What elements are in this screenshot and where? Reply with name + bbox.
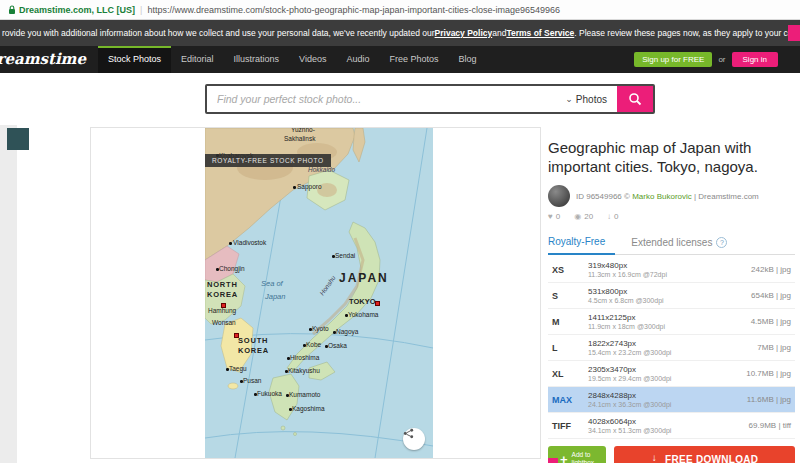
secure-badge[interactable]: Dreamstime.com, LLC [US]: [8, 5, 135, 15]
nav-item-videos[interactable]: Videos: [289, 46, 336, 73]
photo-id: ID 96549966: [576, 192, 622, 201]
search-input[interactable]: [207, 86, 555, 112]
terms-of-service-link[interactable]: Terms of Service: [506, 28, 574, 38]
next-section-partial: [548, 458, 558, 463]
city-marker: [345, 314, 348, 317]
heart-icon: ♥: [548, 212, 553, 221]
size-pixels: 1411x2125px: [588, 313, 751, 322]
size-pixels: 4028x6064px: [588, 417, 749, 426]
city-marker: [285, 370, 288, 373]
size-pixels: 319x480px: [588, 261, 751, 270]
nav-item-editorial[interactable]: Editorial: [171, 46, 224, 73]
tab-extended-licenses[interactable]: Extended licenses ?: [629, 231, 737, 254]
capital-marker: [375, 301, 380, 306]
search-button[interactable]: [617, 86, 653, 112]
signin-button[interactable]: Sign in: [732, 52, 778, 67]
size-pixels: 2305x3470px: [588, 365, 746, 374]
browser-address-bar[interactable]: Dreamstime.com, LLC [US] | https://www.d…: [0, 0, 800, 20]
nav-item-blog[interactable]: Blog: [449, 46, 487, 73]
city-marker: [289, 408, 292, 411]
url-separator: |: [140, 5, 142, 15]
action-buttons: + Add to lightbox ↓ FREE DOWNLOAD: [548, 446, 795, 463]
photo-title: Geographic map of Japan with important c…: [548, 138, 795, 176]
size-row-max[interactable]: MAX2848x4288px24.1cm x 36.3cm @300dpi11.…: [548, 387, 795, 413]
size-dimensions: 11.9cm x 18cm @300dpi: [588, 323, 751, 330]
size-label: L: [552, 343, 588, 353]
search-section: ⌄ Photos: [0, 73, 800, 125]
share-icon: [403, 428, 414, 439]
photo-detail-panel: Geographic map of Japan with important c…: [548, 138, 795, 463]
city-marker: [229, 242, 232, 245]
size-label: M: [552, 317, 588, 327]
tab-royalty-free[interactable]: Royalty-Free: [548, 231, 615, 255]
dreamstime-logo[interactable]: dreamstime: [0, 46, 98, 73]
size-filesize: 10.7MB | jpg: [746, 369, 791, 378]
size-label: XL: [552, 369, 588, 379]
size-row-xs[interactable]: XS319x480px11.3cm x 16.9cm @72dpi242kB |…: [548, 257, 795, 283]
city-marker: [226, 368, 229, 371]
size-row-xl[interactable]: XL2305x3470px19.5cm x 29.4cm @300dpi10.7…: [548, 361, 795, 387]
lightbox-label-line2: lightbox: [572, 459, 594, 463]
size-details: 531x800px4.5cm x 6.8cm @300dpi: [588, 287, 751, 304]
size-row-tiff[interactable]: TIFF4028x6064px34.1cm x 51.3cm @300dpi69…: [548, 413, 795, 439]
nav-item-stock-photos[interactable]: Stock Photos: [98, 46, 171, 73]
size-dimensions: 15.4cm x 23.2cm @300dpi: [588, 349, 757, 356]
city-marker: [332, 255, 335, 258]
size-filesize: 654kB | jpg: [751, 291, 791, 300]
copyright-symbol: ©: [624, 192, 630, 201]
size-row-m[interactable]: M1411x2125px11.9cm x 18cm @300dpi4.5MB |…: [548, 309, 795, 335]
help-icon[interactable]: ?: [716, 237, 727, 248]
size-dimensions: 4.5cm x 6.8cm @300dpi: [588, 297, 751, 304]
size-row-s[interactable]: S531x800px4.5cm x 6.8cm @300dpi654kB | j…: [548, 283, 795, 309]
nav-item-free-photos[interactable]: Free Photos: [379, 46, 448, 73]
tab-royalty-free-label: Royalty-Free: [548, 236, 605, 247]
size-filesize: 242kB | jpg: [751, 265, 791, 274]
city-marker: [287, 357, 290, 360]
royalty-free-overlay-label: ROYALTY-FREE STOCK PHOTO: [205, 154, 331, 167]
cookie-notice-bar: rovide you with additional information a…: [0, 20, 800, 46]
size-filesize: 4.5MB | jpg: [751, 317, 791, 326]
size-pixels: 1822x2743px: [588, 339, 757, 348]
free-download-button[interactable]: ↓ FREE DOWNLOAD: [614, 446, 795, 463]
chevron-down-icon: ⌄: [565, 95, 573, 104]
size-row-l[interactable]: L1822x2743px15.4cm x 23.2cm @300dpi7MB |…: [548, 335, 795, 361]
cookie-and-text: and: [492, 28, 506, 38]
search-category-label: Photos: [576, 94, 607, 105]
share-button[interactable]: [403, 428, 425, 450]
page-content: Yuzhno-SakhalinskKhabarovskHokkaidoSappo…: [0, 125, 800, 463]
city-marker: [254, 393, 257, 396]
size-dimensions: 11.3cm x 16.9cm @72dpi: [588, 271, 751, 278]
author-link[interactable]: Marko Bukorovic: [632, 192, 692, 201]
size-details: 1822x2743px15.4cm x 23.2cm @300dpi: [588, 339, 757, 356]
downloads-count: 0: [614, 212, 618, 221]
stock-photo-image[interactable]: Yuzhno-SakhalinskKhabarovskHokkaidoSappo…: [205, 128, 433, 458]
privacy-policy-link[interactable]: Privacy Policy: [435, 28, 493, 38]
likes-count: 0: [556, 212, 560, 221]
lightbox-label-line1: Add to: [572, 451, 594, 459]
size-label: TIFF: [552, 421, 588, 431]
likes-stat: ♥0: [548, 212, 560, 221]
capital-marker: [234, 333, 239, 338]
size-details: 2848x4288px24.1cm x 36.3cm @300dpi: [588, 391, 747, 408]
author-avatar[interactable]: [548, 185, 570, 207]
city-marker: [325, 345, 328, 348]
nav-item-audio[interactable]: Audio: [336, 46, 379, 73]
download-count-icon: ↓: [607, 212, 611, 221]
main-navigation: dreamstime Stock PhotosEditorialIllustra…: [0, 46, 800, 73]
map-markers: [205, 128, 433, 458]
size-pixels: 2848x4288px: [588, 391, 747, 400]
byline: ID 96549966 © Marko Bukorovic | Dreamsti…: [548, 185, 795, 207]
city-marker: [333, 331, 336, 334]
size-details: 1411x2125px11.9cm x 18cm @300dpi: [588, 313, 751, 330]
cookie-accept-button-partial[interactable]: [788, 25, 800, 41]
site-link[interactable]: Dreamstime.com: [698, 192, 758, 201]
signup-button[interactable]: Sign up for FREE: [634, 52, 712, 67]
city-marker: [293, 186, 296, 189]
city-marker: [286, 394, 289, 397]
search-category-dropdown[interactable]: ⌄ Photos: [555, 86, 617, 112]
size-filesize: 11.6MB | jpg: [747, 395, 791, 404]
nav-item-illustrations[interactable]: Illustrations: [224, 46, 290, 73]
lock-icon: [8, 5, 16, 15]
cookie-text-before: rovide you with additional information a…: [2, 28, 435, 38]
thumbnail-partial[interactable]: [7, 128, 29, 150]
